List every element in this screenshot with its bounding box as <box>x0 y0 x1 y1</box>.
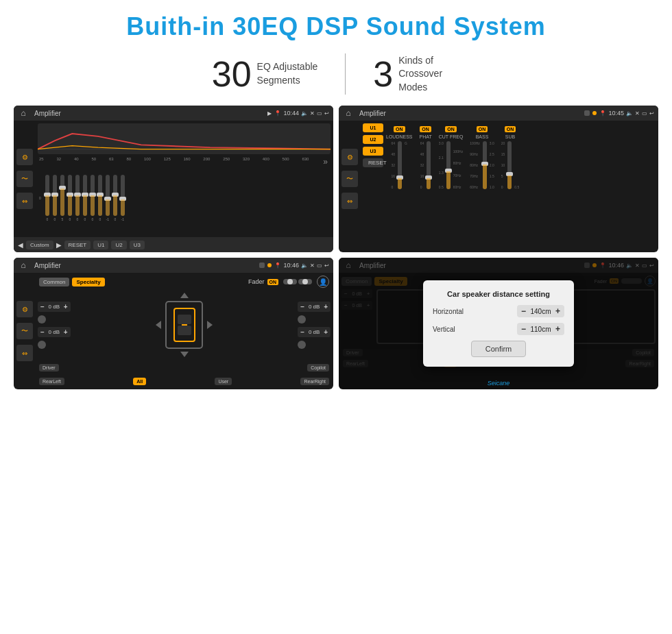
vol-tl-minus[interactable]: − <box>40 303 45 310</box>
arrow-down[interactable] <box>180 352 189 357</box>
eq-u1-btn[interactable]: U1 <box>93 241 108 249</box>
ch-bass-on[interactable]: ON <box>477 126 488 132</box>
eq-icon-tune[interactable]: ⚙ <box>16 149 33 165</box>
dialog-vertical-value: 110cm <box>529 326 553 333</box>
eq-icon-wave[interactable]: 〜 <box>16 171 33 187</box>
amp-channels: ON LOUDNESS 64 48 32 16 0 <box>386 123 656 234</box>
car-body-inner <box>173 308 195 342</box>
eq-u3-btn[interactable]: U3 <box>130 241 145 249</box>
vol-br-minus[interactable]: − <box>300 328 304 336</box>
stats-row: 30 EQ AdjustableSegments 3 Kinds ofCross… <box>0 48 672 106</box>
channel-phat: ON PHAT 64 48 32 16 0 <box>420 126 432 232</box>
vol-tr-plus[interactable]: + <box>324 303 328 310</box>
car-diagram <box>75 293 294 357</box>
zone-driver-btn[interactable]: Driver <box>39 364 59 371</box>
close-icon-3[interactable]: ✕ <box>310 263 315 269</box>
spec-icon-arrows[interactable]: ⇔ <box>16 345 33 361</box>
vol-tl-value: 0 dB <box>47 304 62 310</box>
back-icon-2[interactable]: ↩ <box>649 110 654 117</box>
location-icon-3: 📍 <box>274 263 281 269</box>
amp-icon-arrows-2[interactable]: ⇔ <box>341 193 358 209</box>
zone-rearright-btn[interactable]: RearRight <box>300 378 329 385</box>
dialog-vertical-plus[interactable]: + <box>555 324 560 334</box>
window-icon-1[interactable]: ▭ <box>317 110 322 117</box>
tab-common-3[interactable]: Common <box>39 278 69 286</box>
speaker-dot-br <box>298 341 306 349</box>
back-icon-3[interactable]: ↩ <box>324 263 329 269</box>
play-icon-1[interactable]: ▶ <box>267 110 272 117</box>
status-icons-1: 📍 10:44 🔈 ✕ ▭ ↩ <box>274 110 329 117</box>
speaker-icon-tr <box>298 315 331 324</box>
back-icon-1[interactable]: ↩ <box>324 110 329 117</box>
ch-cutfreq-on[interactable]: ON <box>445 126 457 132</box>
eq-graph <box>38 123 331 154</box>
amp-icon-tune-2[interactable]: ⚙ <box>341 149 358 165</box>
tab-specialty-3[interactable]: Specialty <box>72 278 104 286</box>
stat-crossover: 3 Kinds ofCrossover Modes <box>346 53 488 95</box>
ch-phat-name: PHAT <box>420 134 432 139</box>
zone-buttons-row2: RearLeft All User RearRight <box>38 376 331 387</box>
vol-tl-plus[interactable]: + <box>64 303 68 310</box>
arrow-right[interactable] <box>207 321 213 329</box>
dialog-vertical-minus[interactable]: − <box>521 324 526 334</box>
amp-u3-btn[interactable]: U3 <box>363 147 383 156</box>
speaker-icon-tl <box>38 315 71 324</box>
home-icon-2[interactable]: ⌂ <box>343 108 354 119</box>
amp-reset-btn[interactable]: RESET <box>363 158 383 167</box>
screens-grid: ⌂ Amplifier ▶ 📍 10:44 🔈 ✕ ▭ ↩ ⚙ 〜 ⇔ <box>0 106 672 389</box>
eq-custom-btn[interactable]: Custom <box>26 241 53 249</box>
rear-seat <box>178 326 191 335</box>
channel-sub: ON SUB 20 15 10 5 0 <box>501 126 520 232</box>
spec-top-bar: Common Specialty Fader ON 👤 <box>38 276 331 288</box>
zone-user-btn[interactable]: User <box>215 378 232 385</box>
vol-tr-minus[interactable]: − <box>300 303 304 310</box>
vol-br: − 0 dB + <box>298 327 331 337</box>
arrow-left[interactable] <box>156 321 161 329</box>
eq-next-btn[interactable]: ▶ <box>56 241 62 249</box>
speaker-icon-2: 🔈 <box>626 110 633 117</box>
dialog-horizontal-minus[interactable]: − <box>521 306 526 316</box>
stat-crossover-label: Kinds ofCrossover Modes <box>398 54 460 95</box>
close-icon-1[interactable]: ✕ <box>310 110 315 117</box>
screen3-title: Amplifier <box>32 262 256 269</box>
ch-sub-on[interactable]: ON <box>505 126 516 132</box>
eq-reset-btn[interactable]: RESET <box>64 241 91 249</box>
dialog-confirm-button[interactable]: Confirm <box>471 341 527 357</box>
vol-br-plus[interactable]: + <box>324 328 328 336</box>
spec-icon-tune[interactable]: ⚙ <box>16 301 33 317</box>
status-time-1: 10:44 <box>283 110 299 117</box>
amp-icon-wave-2[interactable]: 〜 <box>341 171 358 187</box>
spec-body: ⚙ 〜 ⇔ Common Specialty Fader ON <box>14 273 333 389</box>
ch-loudness-on[interactable]: ON <box>394 126 405 132</box>
dialog-horizontal-plus[interactable]: + <box>555 306 560 316</box>
speaker-dot-tl <box>38 315 46 324</box>
close-icon-2[interactable]: ✕ <box>635 110 640 117</box>
eq-freq-labels: 25 32 40 50 63 80 100 125 160 200 250 32… <box>38 156 331 167</box>
vol-bl-plus[interactable]: + <box>64 328 68 336</box>
status-time-2: 10:45 <box>608 110 624 117</box>
eq-u2-btn[interactable]: U2 <box>111 241 126 249</box>
channel-bass: ON BASS 100Hz 90Hz 80Hz 70Hz 60Hz <box>470 126 494 232</box>
ch-phat-on[interactable]: ON <box>420 126 431 132</box>
zone-rearleft-btn[interactable]: RearLeft <box>39 378 64 385</box>
spec-icon-wave[interactable]: 〜 <box>16 323 33 339</box>
window-icon-3[interactable]: ▭ <box>317 263 322 269</box>
eq-prev-btn[interactable]: ◀ <box>18 241 23 249</box>
right-volumes: − 0 dB + − 0 dB + <box>298 302 331 349</box>
zone-all-btn[interactable]: All <box>133 378 146 385</box>
eq-scroll-right[interactable]: » <box>322 157 329 167</box>
vol-bl-minus[interactable]: − <box>40 328 45 336</box>
eq-icon-arrows[interactable]: ⇔ <box>16 193 33 209</box>
home-icon-1[interactable]: ⌂ <box>18 108 29 119</box>
arrow-up[interactable] <box>180 293 189 298</box>
fader-on-3[interactable]: ON <box>267 279 279 285</box>
dialog-horizontal-row: Horizontal − 140cm + <box>433 305 564 317</box>
stat-crossover-number: 3 <box>373 53 393 95</box>
amp-u1-btn[interactable]: U1 <box>363 123 383 132</box>
home-icon-3[interactable]: ⌂ <box>18 260 29 271</box>
amp-sidebar-2: ⚙ 〜 ⇔ <box>341 123 361 234</box>
zone-copilot-btn[interactable]: Copilot <box>307 364 329 371</box>
eq-body: ⚙ 〜 ⇔ 25 32 40 50 <box>14 121 333 237</box>
amp-u2-btn[interactable]: U2 <box>363 135 383 144</box>
window-icon-2[interactable]: ▭ <box>642 110 647 117</box>
